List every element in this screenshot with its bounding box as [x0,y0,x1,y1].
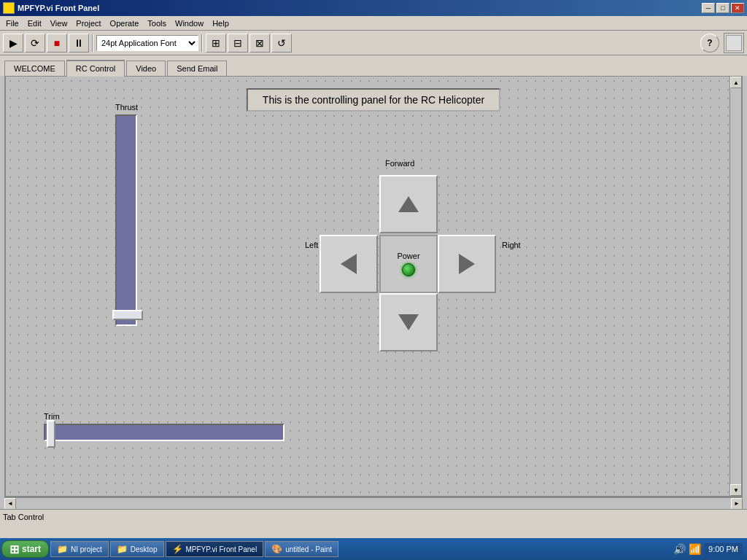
panel-area: This is the controlling panel for the RC… [4,76,743,497]
forward-button[interactable] [379,175,438,233]
power-label: Power [397,252,419,260]
scroll-right-button[interactable]: ► [731,498,743,510]
separator-2 [201,34,203,52]
scroll-up-button[interactable]: ▲ [730,77,742,88]
menu-window[interactable]: Window [171,18,208,29]
toolbar-extra [724,33,744,53]
left-label: Left [305,241,318,249]
scroll-right: ▲ ▼ [729,77,741,496]
menu-help[interactable]: Help [208,18,233,29]
menu-view[interactable]: View [46,18,72,29]
menu-tools[interactable]: Tools [143,18,171,29]
trim-thumb[interactable] [47,420,55,448]
scroll-bottom-container: ◄ ► [4,497,743,509]
thrust-slider-track[interactable] [115,114,137,326]
close-button[interactable]: ✕ [731,3,744,13]
down-arrow-icon [398,314,419,330]
status-bar: Tab Control [0,509,747,524]
font-selector[interactable]: 24pt Application Font [96,35,198,51]
taskbar-mpfyp[interactable]: ⚡ MPFYP.vi Front Panel [166,541,264,557]
panel-title: This is the controlling panel for the RC… [247,88,500,112]
thrust-fill [117,116,136,324]
clock: 9:00 PM [704,543,743,555]
tab-welcome[interactable]: WELCOME [4,61,65,76]
forward-label: Forward [385,159,414,168]
scroll-track [730,88,741,484]
toolbar: ▶ ⟳ ■ ⏸ 24pt Application Font ⊞ ⊟ ⊠ ↺ ? [0,31,747,55]
trim-label: Trim [44,412,285,421]
start-button[interactable]: ⊞ start [1,540,49,558]
toolbar-run-arrows[interactable]: ⟳ [25,34,45,52]
toolbar-reorder[interactable]: ↺ [271,34,292,52]
trim-fill [45,425,283,440]
left-arrow-icon [341,254,357,274]
tabs-row: WELCOME RC Control Video Send Email [0,55,747,76]
tab-send-email[interactable]: Send Email [167,61,227,76]
separator-1 [92,34,93,52]
power-button[interactable]: Power [379,235,438,293]
toolbar-run-arrow[interactable]: ▶ [3,34,23,52]
up-arrow-icon [398,196,419,212]
right-label: Right [502,241,521,249]
menu-file[interactable]: File [1,18,23,29]
taskbar-ni-project[interactable]: 📁 NI project [50,541,109,557]
scroll-h-track [16,498,731,509]
tab-video[interactable]: Video [126,61,166,76]
window-title: MPFYP.vi Front Panel [18,4,99,12]
menu-edit[interactable]: Edit [23,18,46,29]
trim-slider-track[interactable] [44,424,285,441]
lower-button[interactable] [379,293,438,351]
taskbar-paint[interactable]: 🎨 untitled - Paint [265,541,338,557]
tab-rc-control[interactable]: RC Control [66,60,125,77]
scroll-left-button[interactable]: ◄ [4,498,16,510]
main-area: WELCOME RC Control Video Send Email This… [0,55,747,524]
left-button[interactable] [320,235,378,293]
toolbar-align[interactable]: ⊞ [206,34,226,52]
taskbar-desktop[interactable]: 📁 Desktop [110,541,164,557]
menu-bar: File Edit View Project Operate Tools Win… [0,16,747,31]
scroll-down-button[interactable]: ▼ [730,484,742,496]
toolbar-distribute[interactable]: ⊟ [228,34,248,52]
menu-operate[interactable]: Operate [106,18,144,29]
title-bar: ⚡ MPFYP.vi Front Panel ─ □ ✕ [0,0,747,16]
panel-inner: This is the controlling panel for the RC… [6,77,741,496]
thrust-label: Thrust [115,103,138,112]
toolbar-pause[interactable]: ⏸ [69,34,89,52]
right-button[interactable] [438,235,496,293]
thrust-container: Thrust [115,103,138,326]
right-arrow-icon [459,254,475,274]
minimize-button[interactable]: ─ [702,3,715,13]
help-button[interactable]: ? [700,34,719,52]
app-icon: ⚡ [3,2,15,14]
toolbar-stop[interactable]: ■ [47,34,67,52]
menu-project[interactable]: Project [71,18,105,29]
trim-container: Trim [44,412,285,441]
maximize-button[interactable]: □ [716,3,729,13]
power-led [402,263,415,276]
taskbar: ⊞ start 📁 NI project 📁 Desktop ⚡ MPFYP.v… [0,538,747,560]
thrust-thumb[interactable] [112,310,143,320]
status-text: Tab Control [3,513,44,521]
toolbar-resize[interactable]: ⊠ [249,34,270,52]
taskbar-right: 🔊 📶 9:00 PM [673,543,746,555]
